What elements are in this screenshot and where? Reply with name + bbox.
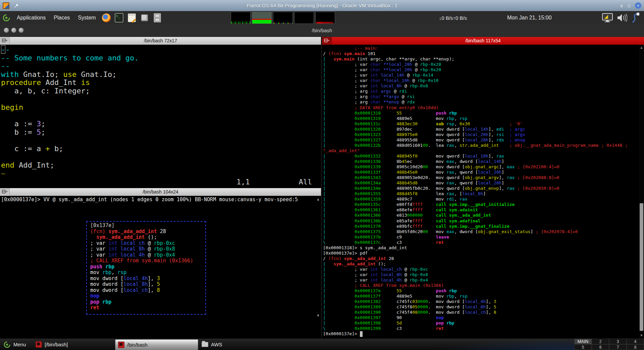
- upload-arrow-icon: ↑: [453, 15, 455, 21]
- terminal-window-title: /bin/bash: [0, 28, 644, 33]
- window-title: Parrot OS 64 Bit Programming [Running] -…: [0, 3, 644, 8]
- download-speed: 0 B/s: [441, 15, 453, 21]
- graph-pane-header[interactable]: /bin/bash 104x24: [0, 188, 321, 196]
- disasm-pane-header[interactable]: /bin/bash 117x54: [322, 37, 644, 45]
- workspace-2[interactable]: 2: [592, 339, 609, 344]
- workspace-3[interactable]: 3: [609, 339, 627, 344]
- system-monitor-applet[interactable]: [231, 12, 335, 24]
- task-label: AWS: [211, 342, 222, 347]
- radare-disasm-pane: /bin/bash 117x54 ;-- main:/ (fcn) sym.ma…: [322, 37, 644, 338]
- taskbar-item-active-bash[interactable]: /bin/bash: [115, 339, 198, 350]
- workspace-5[interactable]: 5: [574, 344, 592, 350]
- display-settings-icon[interactable]: [602, 13, 613, 23]
- parrot-menu-icon[interactable]: [2, 13, 11, 22]
- close-button[interactable]: ×: [635, 2, 641, 9]
- load-monitor-graph[interactable]: [315, 12, 335, 24]
- maximize-button[interactable]: ◇: [627, 3, 631, 8]
- upload-speed: 0 B/s: [455, 15, 467, 21]
- vim-pane-screen[interactable]: ---- Some numbers to come and go.--with …: [0, 45, 321, 188]
- notes-launcher-icon[interactable]: [127, 13, 136, 22]
- vim-pane-header[interactable]: /bin/bash 72x17: [0, 37, 321, 45]
- scrollbar[interactable]: ▲ ▼: [639, 45, 644, 338]
- workspace-4[interactable]: 4: [627, 339, 644, 344]
- workspace-6[interactable]: 6: [592, 344, 609, 350]
- bottom-panel: Menu [/bin/bash] /bin/bash AWS MAIN 2 3 …: [0, 338, 644, 350]
- disasm-pane-title: /bin/bash 117x54: [322, 38, 644, 43]
- parrot-menu-icon: [3, 341, 11, 348]
- top-panel: Applications Places System ↓ 0 B/s ↑ 0 B…: [0, 11, 644, 25]
- terminal-window-titlebar[interactable]: /bin/bash: [0, 25, 644, 37]
- window-launcher-icon[interactable]: [140, 13, 149, 22]
- workspace-main[interactable]: MAIN: [574, 339, 592, 344]
- scroll-up-icon[interactable]: ▲: [316, 197, 320, 201]
- terminal-app-icon: [36, 341, 42, 348]
- network-speed-applet[interactable]: ↓ 0 B/s ↑ 0 B/s: [439, 15, 467, 21]
- network-connections-icon[interactable]: [631, 12, 642, 23]
- graph-pane-title: /bin/bash 104x24: [0, 189, 321, 194]
- menu-system[interactable]: System: [74, 11, 100, 25]
- clock-applet[interactable]: Mon Jan 21, 15:00: [507, 15, 552, 21]
- task-label: /bin/bash: [127, 342, 148, 348]
- menu-button[interactable]: Menu: [1, 339, 28, 350]
- taskbar-item-aws-folder[interactable]: AWS: [199, 339, 225, 350]
- vim-terminal-pane: /bin/bash 72x17 ---- Some numbers to com…: [0, 37, 321, 188]
- scroll-down-icon[interactable]: ▼: [316, 313, 320, 317]
- folder-icon: [202, 342, 208, 347]
- scroll-down-icon[interactable]: ▼: [639, 333, 644, 338]
- menu-button-label: Menu: [13, 342, 26, 347]
- minimize-button[interactable]: ∨: [620, 3, 623, 8]
- menu-applications[interactable]: Applications: [13, 11, 50, 25]
- terminal-app-icon: [118, 342, 124, 348]
- volume-icon[interactable]: [616, 13, 627, 23]
- workspace-7[interactable]: 7: [609, 344, 627, 350]
- disasm-pane-screen[interactable]: ;-- main:/ (fcn) sym.main 101| sym.main …: [322, 45, 644, 338]
- scrollbar-thumb[interactable]: [640, 203, 643, 331]
- menu-places[interactable]: Places: [50, 11, 74, 25]
- download-arrow-icon: ↓: [439, 15, 442, 21]
- task-label: [/bin/bash]: [45, 342, 68, 347]
- workspace-8[interactable]: 8: [627, 344, 644, 350]
- taskbar-item-minimized-bash[interactable]: [/bin/bash]: [33, 339, 70, 350]
- swap-monitor-graph[interactable]: [294, 12, 314, 24]
- workspace-switcher: MAIN 2 3 4 5 6 7 8: [574, 339, 644, 350]
- desktop: Parrot OS 64 Bit Programming [Running] -…: [0, 0, 644, 350]
- network-monitor-graph[interactable]: [273, 12, 293, 24]
- terminal-launcher-icon[interactable]: [115, 13, 123, 22]
- virtualbox-titlebar: Parrot OS 64 Bit Programming [Running] -…: [0, 0, 644, 11]
- basic-block-node[interactable]: [0x137e](fcn) sym._ada_add_int 28 sym._a…: [86, 221, 206, 315]
- radare-graph-pane: /bin/bash 104x24 [0x0000137e]> VV @ sym.…: [0, 188, 321, 338]
- file-cabinet-launcher-icon[interactable]: [153, 13, 162, 22]
- firefox-launcher-icon[interactable]: [102, 13, 111, 22]
- memory-monitor-graph[interactable]: [252, 12, 272, 24]
- graph-pane-screen[interactable]: [0x0000137e]> VV @ sym._ada_add_int (nod…: [0, 196, 321, 338]
- vim-pane-title: /bin/bash 72x17: [0, 38, 321, 43]
- scroll-up-icon[interactable]: ▲: [639, 45, 644, 50]
- cpu-monitor-graph[interactable]: [231, 12, 251, 24]
